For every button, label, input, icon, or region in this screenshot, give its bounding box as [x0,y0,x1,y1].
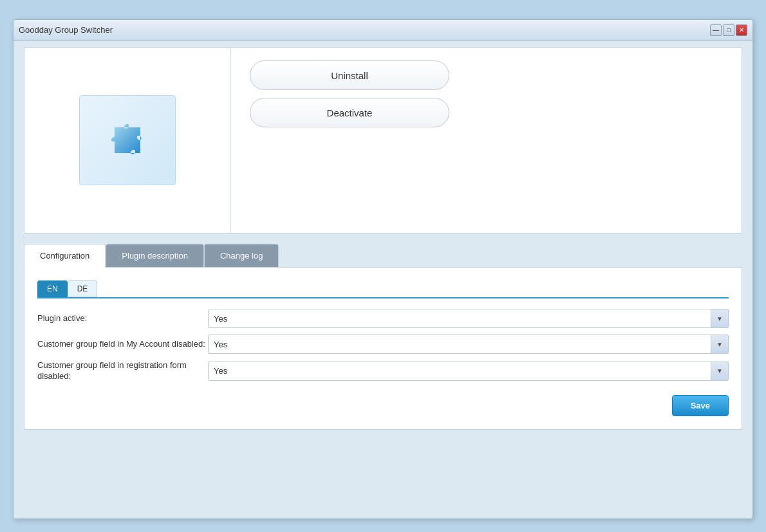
label-plugin-active: Plugin active: [37,313,208,324]
tab-plugin-description[interactable]: Plugin description [106,244,204,268]
puzzle-icon [102,115,153,166]
save-row: Save [37,395,729,416]
select-wrapper-plugin-active: Yes No ▼ [208,309,729,328]
main-window: Goodday Group Switcher — □ ✕ [13,19,753,519]
tabs-container: Configuration Plugin description Change … [24,244,742,268]
window-title: Goodday Group Switcher [19,25,710,35]
language-tabs: EN DE [37,280,729,298]
lang-tab-en[interactable]: EN [37,280,68,297]
top-panel: Uninstall Deactivate [24,47,742,234]
select-customer-group-registration[interactable]: Yes No [208,362,729,381]
form: Plugin active: Yes No ▼ Customer group f… [37,309,729,416]
plugin-icon-box [79,95,176,185]
tab-content-configuration: EN DE Plugin active: Yes No ▼ [24,267,742,430]
label-customer-group-registration: Customer group field in registration for… [37,360,208,382]
select-wrapper-customer-group-registration: Yes No ▼ [208,362,729,381]
plugin-icon-panel [24,48,230,233]
form-row-plugin-active: Plugin active: Yes No ▼ [37,309,729,328]
select-plugin-active[interactable]: Yes No [208,309,729,328]
deactivate-button[interactable]: Deactivate [250,98,449,127]
select-customer-group-account[interactable]: Yes No [208,335,729,354]
select-wrapper-customer-group-account: Yes No ▼ [208,335,729,354]
titlebar-controls: — □ ✕ [710,24,747,36]
label-customer-group-account: Customer group field in My Account disab… [37,339,208,350]
tab-configuration[interactable]: Configuration [24,244,106,268]
save-button[interactable]: Save [672,395,729,416]
titlebar: Goodday Group Switcher — □ ✕ [14,20,752,41]
window-body: Uninstall Deactivate Configuration Plugi… [14,41,752,518]
close-button[interactable]: ✕ [736,24,747,36]
form-row-customer-group-account: Customer group field in My Account disab… [37,335,729,354]
uninstall-button[interactable]: Uninstall [250,60,449,90]
tab-change-log[interactable]: Change log [204,244,279,268]
minimize-button[interactable]: — [710,24,722,36]
plugin-actions-panel: Uninstall Deactivate [230,48,742,233]
form-row-customer-group-registration: Customer group field in registration for… [37,360,729,382]
maximize-button[interactable]: □ [723,24,734,36]
lang-tab-de[interactable]: DE [68,280,98,297]
